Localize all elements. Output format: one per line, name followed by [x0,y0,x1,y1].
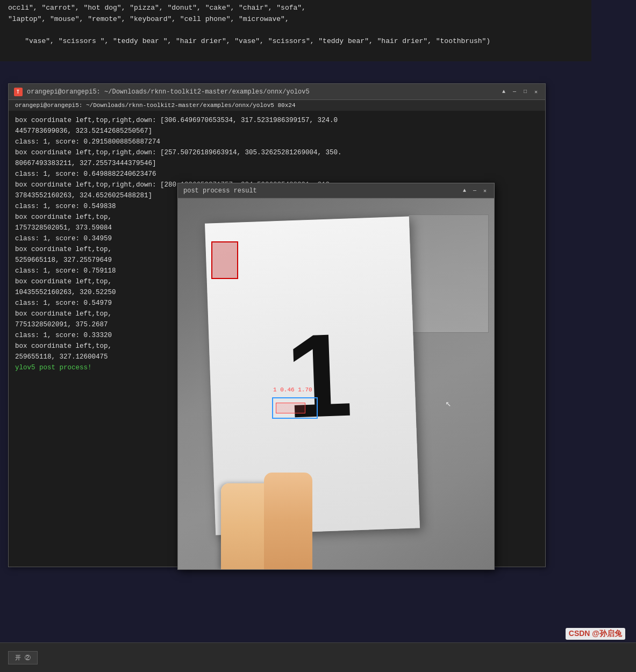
card-number-display: 1 [284,316,354,436]
result-window-titlebar: post process result ▲ — ✕ [178,183,494,198]
term-line-2: 4457783699036, 323.52142685250567] [15,126,539,137]
terminal-title-text: orangepi@orangepi5: ~/Downloads/rknn-too… [27,88,310,96]
background-top-text: occli", "carrot", "hot dog", "pizza", "d… [0,0,591,61]
terminal-tab[interactable]: orangepi@orangepi5: ~/Downloads/rknn-too… [9,100,545,111]
term-line-3: class: 1, score: 0.29158008856887274 [15,137,539,147]
mouse-cursor-icon: ↖ [445,397,451,409]
result-image-window: post process result ▲ — ✕ 1 1 0.46 1.70 [177,183,495,570]
bg-line-2: "laptop", "mouse", "remote", "keyboard",… [8,14,583,25]
result-window-minimize-btn[interactable]: — [471,187,478,195]
term-line-1: box coordinate left,top,right,down: [306… [15,115,539,126]
term-line-6: class: 1, score: 0.6498882240623476 [15,169,539,180]
csdn-watermark: CSDN @孙启兔 [566,628,625,640]
palm-area [264,473,312,569]
result-window-controls[interactable]: ▲ — ✕ [461,187,489,195]
bg-monitor [408,215,489,333]
terminal-icon: T [14,88,23,96]
term-line-5: 80667493383211, 327.25573444379546] [15,158,539,169]
result-image-content: 1 1 0.46 1.70 ↖ [178,198,494,569]
terminal-maximize-btn[interactable]: — [511,88,518,96]
result-window-close-btn[interactable]: ✕ [481,187,489,195]
bg-line-3: "vase", "scissors ", "teddy bear ", "hai… [8,25,583,59]
result-window-title: post process result [183,187,257,195]
terminal-window-controls[interactable]: ▲ — □ ✕ [500,88,540,96]
bg-line-1: occli", "carrot", "hot dog", "pizza", "d… [8,3,583,14]
terminal-close-btn[interactable]: ✕ [532,88,540,96]
taskbar-item-open[interactable]: 开 ② [8,651,38,664]
terminal-titlebar: T orangepi@orangepi5: ~/Downloads/rknn-t… [9,84,545,100]
terminal-fullscreen-btn[interactable]: □ [521,88,529,96]
titlebar-left: T orangepi@orangepi5: ~/Downloads/rknn-t… [14,88,310,96]
result-window-up-btn[interactable]: ▲ [461,187,468,195]
bottom-taskbar: 开 ② [0,642,636,672]
photo-background: 1 1 0.46 1.70 ↖ [178,198,494,569]
terminal-minimize-btn[interactable]: ▲ [500,88,508,96]
svg-text:T: T [17,90,19,95]
term-line-4: box coordinate left,top,right,down: [257… [15,147,539,158]
red-region-box [211,241,238,279]
